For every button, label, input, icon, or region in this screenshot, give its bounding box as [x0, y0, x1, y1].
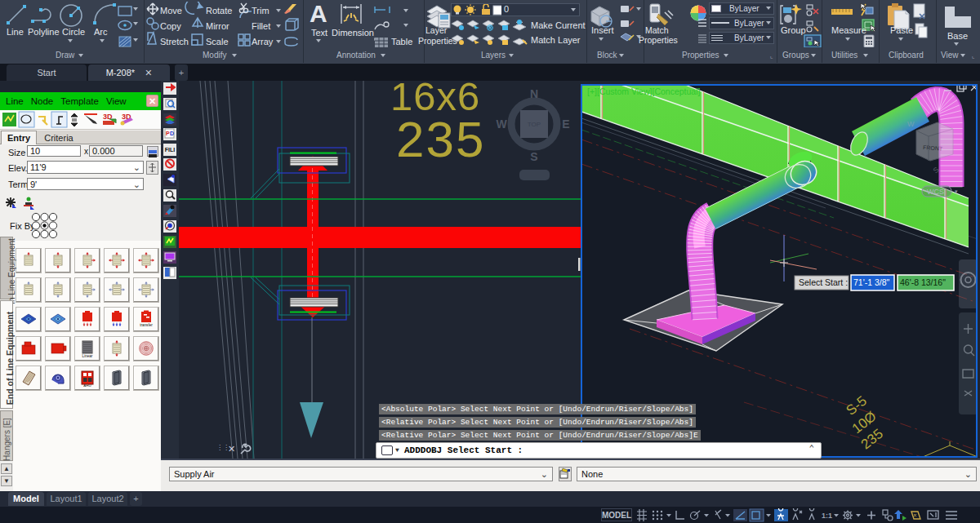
svg-text:AHU: AHU [83, 383, 91, 388]
svg-text:transfer: transfer [140, 323, 153, 327]
svg-text:N: N [530, 87, 538, 100]
svg-text:D: D [170, 131, 174, 136]
svg-text:▾: ▾ [955, 188, 958, 194]
svg-text:E: E [562, 117, 569, 131]
svg-text:Select Start :: Select Start : [799, 277, 848, 287]
svg-text:46'-8 13/16": 46'-8 13/16" [900, 277, 946, 287]
svg-text:71'-1 3/8": 71'-1 3/8" [853, 277, 890, 287]
svg-text:1:1: 1:1 [822, 512, 832, 520]
svg-text:Linear: Linear [82, 354, 93, 358]
svg-text:TOP: TOP [528, 121, 541, 128]
svg-text:[+][Custom View][Conceptual]: [+][Custom View][Conceptual] [587, 86, 701, 96]
svg-text:S: S [530, 150, 537, 163]
svg-text:W: W [496, 117, 507, 131]
svg-text:235: 235 [396, 111, 485, 167]
svg-text:W: W [907, 120, 915, 128]
svg-text:WCS: WCS [927, 188, 944, 196]
